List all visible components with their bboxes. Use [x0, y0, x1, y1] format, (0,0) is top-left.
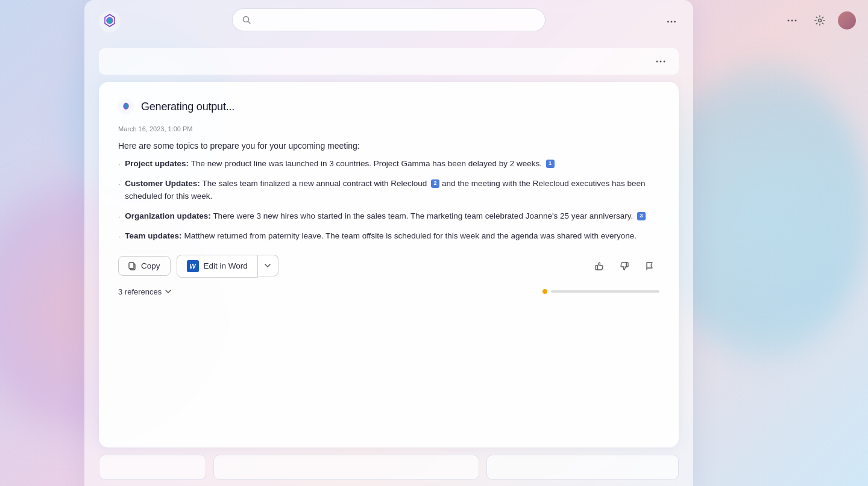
- copy-button[interactable]: Copy: [118, 256, 171, 276]
- copilot-icon-small: [118, 99, 134, 114]
- generating-header: Generating output...: [118, 99, 659, 114]
- edit-word-group: W Edit in Word: [177, 255, 278, 278]
- progress-track: [551, 290, 659, 293]
- svg-point-8: [671, 21, 673, 23]
- svg-point-1: [791, 20, 793, 22]
- copy-label: Copy: [141, 261, 160, 270]
- bullet-dot: ·: [118, 179, 120, 190]
- svg-point-0: [788, 20, 790, 22]
- panel-header-dots: [651, 52, 670, 71]
- thumbs-down-icon: [619, 261, 630, 272]
- panel-header-more-button[interactable]: [651, 52, 670, 71]
- bullet-content: Team updates: Matthew returned from pate…: [125, 230, 637, 243]
- svg-point-12: [664, 61, 665, 63]
- list-item: · Organization updates: There were 3 new…: [118, 210, 659, 223]
- panel-more-button[interactable]: [662, 12, 681, 31]
- bullet-label: Team updates:: [125, 231, 181, 240]
- bullet-label: Project updates:: [125, 159, 189, 168]
- feedback-buttons: [590, 257, 659, 276]
- thumbs-up-icon: [594, 261, 605, 272]
- list-item: · Team updates: Matthew returned from pa…: [118, 230, 659, 243]
- intro-text: Here are some topics to prepare you for …: [118, 141, 659, 151]
- bullet-label: Customer Updates:: [125, 179, 200, 188]
- timestamp: March 16, 2023, 1:00 PM: [118, 125, 659, 132]
- panel-header-bar: [99, 48, 679, 75]
- bullet-dot: ·: [118, 211, 120, 223]
- svg-point-11: [660, 61, 662, 63]
- progress-dot: [542, 289, 547, 294]
- bullet-dot: ·: [118, 231, 120, 243]
- bullet-text: The new product line was launched in 3 c…: [191, 159, 542, 168]
- panel-top-right: [662, 12, 693, 31]
- bullet-content: Project updates: The new product line wa…: [125, 158, 554, 170]
- user-avatar[interactable]: [838, 11, 856, 30]
- svg-point-3: [819, 19, 822, 22]
- action-row: Copy W Edit in Word: [118, 255, 659, 278]
- app-window: Generating output... March 16, 2023, 1:0…: [84, 0, 693, 486]
- references-count: 3 references: [118, 287, 162, 296]
- more-icon: [787, 15, 797, 26]
- dots-icon: [656, 60, 665, 63]
- chat-card: Generating output... March 16, 2023, 1:0…: [99, 82, 679, 447]
- settings-button[interactable]: [810, 11, 829, 30]
- list-item: · Customer Updates: The sales team final…: [118, 178, 659, 203]
- svg-point-10: [656, 61, 658, 63]
- search-icon: [242, 16, 251, 24]
- chat-panel: Generating output... March 16, 2023, 1:0…: [84, 48, 693, 486]
- word-icon: W: [187, 260, 199, 272]
- bullet-text: There were 3 new hires who started in th…: [213, 211, 633, 220]
- ref-badge-2: 2: [431, 179, 439, 188]
- bullet-content: Customer Updates: The sales team finaliz…: [125, 178, 659, 203]
- list-item: · Project updates: The new product line …: [118, 158, 659, 170]
- chevron-down-icon: [264, 262, 271, 269]
- suggestion-button-2[interactable]: [213, 455, 480, 480]
- title-bar: [84, 0, 693, 33]
- svg-point-7: [667, 21, 669, 23]
- svg-point-9: [674, 21, 676, 23]
- global-top-right-controls: [782, 11, 856, 30]
- search-bar[interactable]: [232, 8, 546, 31]
- thumbs-up-button[interactable]: [590, 257, 609, 276]
- bullet-dot: ·: [118, 159, 120, 170]
- chevron-down-small-icon: [165, 288, 172, 295]
- flag-button[interactable]: [640, 257, 659, 276]
- references-row: 3 references: [118, 287, 659, 296]
- suggestion-row: [99, 455, 679, 486]
- progress-bar-wrap: [196, 289, 659, 294]
- bullet-list: · Project updates: The new product line …: [118, 158, 659, 243]
- svg-rect-16: [596, 266, 597, 270]
- gear-icon: [814, 15, 825, 26]
- bullet-label: Organization updates:: [125, 211, 211, 220]
- references-link[interactable]: 3 references: [118, 287, 172, 296]
- thumbs-down-button[interactable]: [615, 257, 634, 276]
- bullet-text: The sales team finalized a new annual co…: [202, 179, 427, 188]
- search-bar-container: [232, 8, 546, 31]
- ref-badge-3: 3: [637, 212, 646, 220]
- ref-badge-1: 1: [546, 160, 555, 168]
- svg-point-2: [795, 20, 797, 22]
- suggestion-button-1[interactable]: [99, 455, 206, 480]
- edit-word-dropdown-button[interactable]: [258, 255, 278, 276]
- bullet-content: Organization updates: There were 3 new h…: [125, 210, 646, 223]
- panel-more-icon: [667, 17, 676, 26]
- generating-title: Generating output...: [141, 101, 234, 113]
- svg-line-6: [248, 22, 251, 24]
- edit-in-word-button[interactable]: W Edit in Word: [177, 255, 258, 278]
- more-options-button[interactable]: [782, 11, 802, 30]
- copilot-logo: [99, 11, 121, 33]
- suggestion-button-3[interactable]: [486, 455, 679, 480]
- svg-rect-17: [626, 263, 628, 267]
- flag-icon: [644, 261, 655, 272]
- edit-word-label: Edit in Word: [204, 261, 248, 270]
- bullet-text: Matthew returned from paternity leave. T…: [184, 231, 637, 240]
- svg-rect-15: [129, 263, 134, 269]
- copy-icon: [128, 262, 137, 270]
